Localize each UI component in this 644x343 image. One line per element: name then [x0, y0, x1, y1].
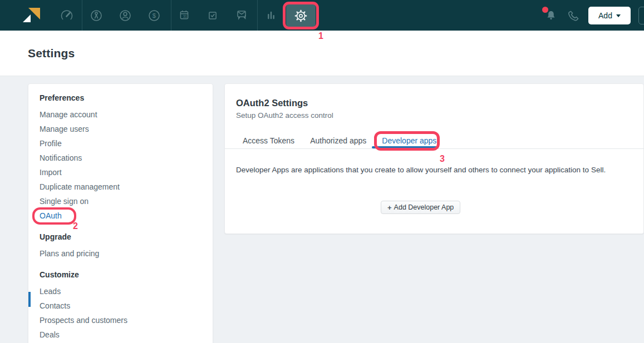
sidebar-item-prospects-and-customers[interactable]: Prospects and customers — [28, 313, 213, 327]
nav-divider — [82, 0, 82, 31]
page-title: Settings — [28, 47, 75, 60]
sidebar-item-contacts[interactable]: Contacts — [28, 299, 213, 313]
sidebar-item-single-sign-on[interactable]: Single sign on — [28, 194, 213, 208]
sidebar-item-import[interactable]: Import — [28, 165, 213, 180]
sidebar-section-customize: Customize — [28, 267, 213, 282]
contacts-icon[interactable] — [114, 4, 136, 27]
tabs-divider — [225, 148, 644, 149]
tab-developer-apps[interactable]: Developer apps — [382, 136, 436, 145]
calendar-icon[interactable]: 31 — [173, 4, 195, 27]
communications-icon[interactable] — [230, 4, 253, 27]
reports-icon[interactable] — [260, 4, 282, 27]
tab-access-tokens[interactable]: Access Tokens — [243, 136, 294, 145]
sidebar-item-profile[interactable]: Profile — [28, 136, 213, 151]
oauth-tabs: Access Tokens Authorized apps Developer … — [243, 133, 436, 148]
sidebar-item-oauth[interactable]: OAuth — [28, 208, 213, 223]
add-button-label: Add — [598, 11, 612, 20]
panel-title: OAuth2 Settings — [236, 98, 308, 108]
tasks-icon[interactable] — [201, 4, 224, 27]
add-button[interactable]: Add — [588, 7, 631, 24]
tab-authorized-apps[interactable]: Authorized apps — [310, 136, 366, 145]
chevron-down-icon — [616, 14, 621, 17]
dashboard-icon[interactable] — [56, 4, 78, 27]
active-item-indicator — [28, 292, 31, 307]
sidebar-item-duplicate-management[interactable]: Duplicate management — [28, 180, 213, 194]
nav-divider — [171, 0, 171, 31]
developer-apps-description: Developer Apps are applications that you… — [236, 166, 606, 174]
deals-icon[interactable]: $ — [143, 4, 165, 27]
sidebar-section-preferences: Preferences — [28, 91, 213, 105]
settings-icon[interactable] — [286, 4, 316, 27]
annotation-label-2: 2 — [73, 221, 78, 231]
add-developer-app-button[interactable]: + Add Developer App — [381, 201, 460, 214]
sidebar-section-upgrade: Upgrade — [28, 230, 213, 244]
sell-logo[interactable] — [21, 7, 41, 24]
phone-icon[interactable] — [562, 4, 584, 27]
notification-badge — [542, 7, 548, 13]
annotation-label-3: 3 — [440, 154, 445, 164]
sidebar-item-plans-and-pricing[interactable]: Plans and pricing — [28, 246, 213, 261]
annotation-label-1: 1 — [318, 31, 323, 41]
notifications-bell-icon[interactable] — [540, 4, 562, 27]
panel-subtitle: Setup OAuth2 access control — [236, 111, 333, 120]
settings-sidebar: Preferences Manage account Manage users … — [28, 83, 213, 343]
sidebar-item-manage-users[interactable]: Manage users — [28, 122, 213, 136]
sidebar-item-manage-account[interactable]: Manage account — [28, 107, 213, 122]
top-navigation-bar: $ 31 — [0, 0, 644, 31]
sidebar-item-leads[interactable]: Leads — [28, 284, 213, 299]
svg-text:$: $ — [153, 12, 156, 19]
leads-icon[interactable] — [85, 4, 107, 27]
svg-text:31: 31 — [183, 14, 188, 18]
nav-divider — [257, 0, 258, 31]
sidebar-item-notifications[interactable]: Notifications — [28, 151, 213, 165]
sidebar-item-deals[interactable]: Deals — [28, 327, 213, 342]
partial-right-button[interactable]: S — [638, 7, 644, 24]
oauth2-settings-panel: OAuth2 Settings Setup OAuth2 access cont… — [224, 83, 644, 234]
add-developer-app-label: Add Developer App — [394, 203, 454, 211]
plus-icon: + — [387, 203, 392, 212]
